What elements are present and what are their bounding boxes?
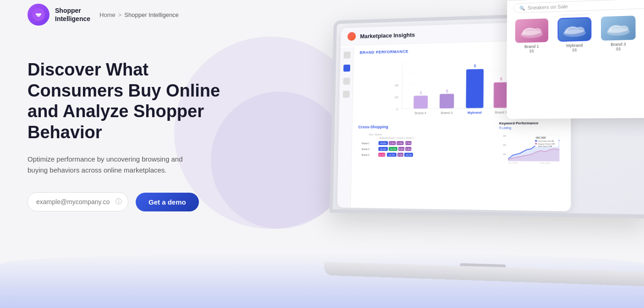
product-price-brand3: $$ [616,47,621,51]
keyword-title: Keyword Performance [499,121,564,125]
nav-icon-list[interactable] [343,78,350,85]
svg-point-62 [535,140,537,142]
nav-icon-settings[interactable] [343,91,350,97]
info-icon: ⓘ [116,198,122,206]
svg-text:2M: 2M [503,144,506,146]
email-field[interactable] [28,192,128,211]
svg-text:Also Viewed: Also Viewed [369,133,382,136]
svg-text:Mybrand: Mybrand [468,111,482,115]
svg-text:9.8%: 9.8% [399,148,404,151]
svg-point-64 [535,143,537,145]
svg-text:23.7%: 23.7% [389,154,395,156]
email-input-wrapper: ⓘ [28,192,128,211]
svg-text:$: $ [500,76,502,81]
svg-text:$: $ [420,91,422,95]
svg-text:MyBrand: MyBrand [380,137,388,139]
svg-rect-11 [413,96,428,109]
svg-text:Brand 3: Brand 3 [406,137,414,139]
svg-text:Brand 3: Brand 3 [441,111,453,115]
svg-text:Paid Clicks   214.6M: Paid Clicks 214.6M [538,140,554,142]
svg-text:31.2%: 31.2% [390,148,396,151]
get-demo-button[interactable]: Get a demo [136,193,199,211]
product-price-brand1: $$ [529,49,534,54]
page-title: Discover What Consumers Buy Online and A… [28,59,248,143]
cross-shopping-table: Also Viewed MyBrand Brand 1 Brand 2 Bran… [358,131,428,172]
svg-text:16.2%: 16.2% [406,154,412,157]
svg-text:DEC 2020: DEC 2020 [536,137,546,139]
svg-text:JUL 2021: JUL 2021 [508,162,518,164]
breadcrumb: Home > Shopper Intelligence [99,11,179,18]
svg-text:5.6%: 5.6% [397,142,403,145]
hero-section: Discover What Consumers Buy Online and A… [28,59,248,211]
svg-text:16.1%: 16.1% [380,148,386,151]
breadcrumb-separator: > [118,11,122,18]
svg-rect-14 [440,94,454,108]
svg-text:Brand 2: Brand 2 [362,148,369,151]
product-label-brand1: Brand 1 [524,44,539,49]
nav-icon-home[interactable] [343,52,350,59]
svg-text:40: 40 [395,83,398,87]
svg-text:Brand 2: Brand 2 [397,137,405,139]
svg-text:NOV 2021: NOV 2021 [540,162,551,163]
svg-text:Brand 4: Brand 4 [415,111,426,115]
svg-text:40.6%: 40.6% [380,142,386,145]
cross-shopping-label: Cross-Shopping [358,124,494,129]
logo-text: Shopper Intelligence [55,6,90,23]
svg-text:Brand 1: Brand 1 [495,110,507,115]
chart-lower-section: Cross-Shopping Also Viewed MyBrand Brand… [358,121,564,174]
breadcrumb-home[interactable]: Home [99,11,116,18]
keyword-sub: 5 Listing [499,126,564,130]
svg-text:Brand 1: Brand 1 [362,142,370,145]
svg-text:0.5%: 0.5% [398,154,403,156]
svg-text:Total Clicks   3.3M: Total Clicks 3.3M [538,146,552,147]
dashboard-logo-icon [347,32,356,41]
svg-text:Brand 1: Brand 1 [389,137,396,139]
svg-rect-17 [466,69,484,108]
cross-shopping-section: Cross-Shopping Also Viewed MyBrand Brand… [358,124,494,173]
svg-text:Organic Clicks  2.9M: Organic Clicks 2.9M [538,143,555,145]
hero-subtext: Optimize performance by uncovering brows… [28,154,202,176]
product-label-mybrand: Mybrand [566,43,583,48]
svg-text:$: $ [474,64,477,68]
dashboard-title: Marketplace Insights [360,31,415,39]
svg-text:12.3%: 12.3% [379,154,385,156]
svg-text:5.5%: 5.5% [406,148,411,151]
product-label-brand3: Brand 3 [611,42,626,47]
nav-icon-chart[interactable] [343,65,350,71]
dashboard-nav [337,47,354,211]
svg-text:$: $ [446,89,448,93]
product-price-mybrand: $$ [572,48,577,52]
svg-text:3M: 3M [503,135,506,137]
svg-text:1M: 1M [503,153,506,156]
keyword-mini-area: Keyword Performance 5 Listing 3M 2M 1M [499,121,564,174]
svg-text:20: 20 [395,95,398,99]
cta-row: ⓘ Get a demo [28,192,248,211]
breadcrumb-current: Shopper Intelligence [124,11,179,18]
svg-text:5.5%: 5.5% [406,142,411,145]
svg-text:3.6%: 3.6% [390,142,395,145]
keyword-chart-svg: 3M 2M 1M JUL 2021 NOV 2021 [499,131,564,163]
header: Shopper Intelligence Home > Shopper Inte… [0,0,644,29]
svg-text:Brand 3: Brand 3 [362,154,369,156]
logo-icon [28,4,50,26]
dashboard-mockup: Marketplace Insights Brand Performance [311,10,644,287]
svg-text:0: 0 [396,107,398,111]
svg-point-2 [39,13,41,15]
logo-area: Shopper Intelligence [28,4,90,26]
svg-point-1 [36,13,38,15]
